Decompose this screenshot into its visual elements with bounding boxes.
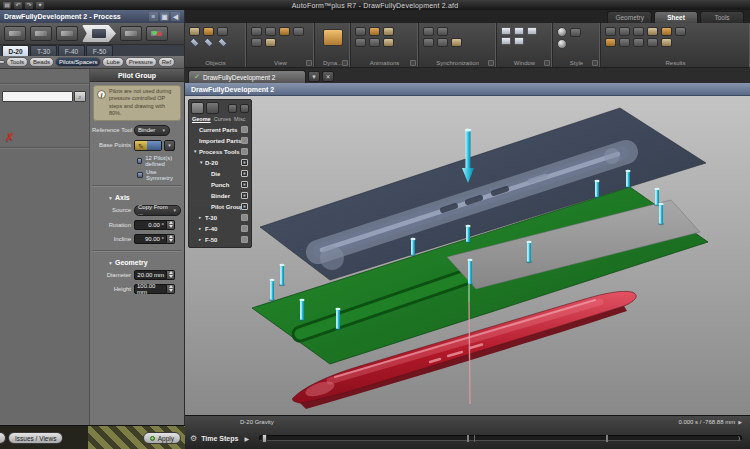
gear-icon[interactable]: ⚙ <box>190 434 197 443</box>
subtab[interactable]: Lube <box>102 57 123 67</box>
flat-view-icon[interactable] <box>203 37 213 47</box>
rotation-stepper[interactable]: 0.00 ° <box>134 220 175 230</box>
time-slider[interactable] <box>259 435 742 441</box>
subtab[interactable]: Beads <box>29 57 54 67</box>
visibility-checkbox[interactable] <box>241 192 248 199</box>
ribbon-icon[interactable] <box>383 27 394 36</box>
window-layout-icon[interactable] <box>501 37 511 45</box>
visibility-checkbox[interactable] <box>241 203 248 210</box>
shading-icon[interactable] <box>557 39 567 49</box>
ribbon-icon[interactable] <box>619 27 630 36</box>
group-expander-icon[interactable] <box>342 60 348 66</box>
group-expander-icon[interactable] <box>306 60 312 66</box>
viewport-3d[interactable] <box>185 96 750 415</box>
process-step-part-icon[interactable] <box>4 26 26 41</box>
scene-panel-tab[interactable]: Geome <box>192 116 211 122</box>
process-step-blank-icon[interactable] <box>30 26 52 41</box>
ribbon-icon[interactable] <box>570 28 581 37</box>
apply-button[interactable]: Apply <box>143 432 181 444</box>
tree-item[interactable]: ▸ T-30 <box>191 212 249 223</box>
collapse-panel-icon[interactable]: ◀ <box>171 12 180 21</box>
window-layout-icon[interactable] <box>501 27 511 35</box>
tree-item[interactable]: Imported Parts <box>191 135 249 146</box>
base-points-dropdown[interactable]: ▼ <box>164 140 175 151</box>
viewport-tab[interactable]: ✓ DrawFullyDevelopment 2 <box>188 70 306 83</box>
tree-item[interactable]: Pilot Group <box>191 201 249 212</box>
display-mode-icon[interactable] <box>206 102 219 114</box>
visibility-checkbox[interactable] <box>241 137 248 144</box>
display-mode-icon[interactable] <box>191 102 204 114</box>
filter-icon[interactable]: ⌕ <box>74 91 86 102</box>
process-step-plan-icon[interactable] <box>56 26 78 41</box>
tree-item[interactable]: Binder <box>191 190 249 201</box>
ribbon-icon[interactable] <box>647 27 658 36</box>
tree-item[interactable]: Die <box>191 168 249 179</box>
window-layout-icon[interactable] <box>514 27 524 35</box>
subtab-stub[interactable] <box>0 60 5 64</box>
visibility-checkbox[interactable] <box>241 214 248 221</box>
operation-tab[interactable]: F-40 <box>58 45 85 56</box>
visibility-checkbox[interactable] <box>241 181 248 188</box>
ribbon-icon[interactable] <box>189 27 200 36</box>
ribbon-icon[interactable] <box>423 38 434 47</box>
incline-value[interactable]: 90.00 ° <box>134 234 167 244</box>
group-expander-icon[interactable] <box>410 60 416 66</box>
ribbon-icon[interactable] <box>355 27 366 36</box>
subtab[interactable]: Tools <box>6 57 28 67</box>
visibility-checkbox[interactable] <box>241 225 248 232</box>
group-expander-icon[interactable] <box>488 60 494 66</box>
use-symmetry-row[interactable]: Use Symmetry <box>137 169 184 181</box>
ribbon-icon[interactable] <box>279 27 290 36</box>
ribbon-icon[interactable] <box>251 38 262 47</box>
ribbon-icon[interactable] <box>619 38 630 47</box>
window-layout-icon[interactable] <box>514 37 524 45</box>
flat-view-icon[interactable] <box>189 37 199 47</box>
ribbon-icon[interactable] <box>423 27 434 36</box>
ribbon-icon[interactable] <box>605 38 616 47</box>
window-layout-icon[interactable] <box>527 27 537 35</box>
time-slider-thumb[interactable] <box>262 434 267 443</box>
ribbon-icon[interactable] <box>605 27 616 36</box>
group-expander-icon[interactable] <box>592 60 598 66</box>
height-stepper[interactable]: 100.00 mm <box>134 284 175 294</box>
tree-item[interactable]: ▸ F-50 <box>191 234 249 245</box>
group-expander-icon[interactable] <box>544 60 550 66</box>
operation-tab[interactable]: F-50 <box>86 45 113 56</box>
symmetry-checkbox[interactable] <box>137 172 143 178</box>
visibility-checkbox[interactable] <box>241 126 248 133</box>
mode-tab[interactable]: Tools <box>700 11 744 23</box>
tab-dropdown-icon[interactable]: ▼ <box>308 71 320 82</box>
subtab[interactable]: Pressure <box>125 57 157 67</box>
ribbon-icon[interactable] <box>451 38 462 47</box>
ribbon-icon[interactable] <box>323 29 343 46</box>
rotation-value[interactable]: 0.00 ° <box>134 220 167 230</box>
reference-tool-select[interactable]: Binder ▼ <box>134 125 170 136</box>
ribbon-icon[interactable] <box>437 27 448 36</box>
ribbon-icon[interactable] <box>265 27 276 36</box>
tab-close-icon[interactable]: ✕ <box>322 71 334 82</box>
tree-item[interactable]: ▸ F-40 <box>191 223 249 234</box>
operation-tab[interactable]: D-20 <box>2 45 29 56</box>
visibility-checkbox[interactable] <box>241 148 248 155</box>
visibility-checkbox[interactable] <box>241 170 248 177</box>
delete-icon[interactable]: ✗ <box>5 131 14 144</box>
ribbon-icon[interactable] <box>355 38 366 47</box>
source-select[interactable]: Copy From ... ▼ <box>134 205 181 216</box>
geometry-section-header[interactable]: ▼Geometry <box>108 259 184 266</box>
bottom-stub-button[interactable] <box>0 432 6 444</box>
scene-panel-tab[interactable]: Misc <box>234 116 245 122</box>
operation-tab[interactable]: T-30 <box>30 45 57 56</box>
expand-time-steps-icon[interactable]: ▶ <box>244 435 249 442</box>
add-icon[interactable] <box>228 104 237 113</box>
diameter-stepper[interactable]: 20.00 mm <box>134 270 175 280</box>
ribbon-icon[interactable] <box>633 38 644 47</box>
ribbon-icon[interactable] <box>383 38 394 47</box>
tree-item[interactable]: ▼ D-20 <box>191 157 249 168</box>
tree-item[interactable]: ▼ Process Tools <box>191 146 249 157</box>
mode-tab[interactable]: Geometry <box>607 11 652 23</box>
ribbon-icon[interactable] <box>661 27 672 36</box>
process-step-active-icon[interactable] <box>82 25 116 42</box>
remove-icon[interactable] <box>240 104 249 113</box>
process-status-icon[interactable] <box>146 26 168 41</box>
axis-section-header[interactable]: ▼Axis <box>108 194 184 201</box>
